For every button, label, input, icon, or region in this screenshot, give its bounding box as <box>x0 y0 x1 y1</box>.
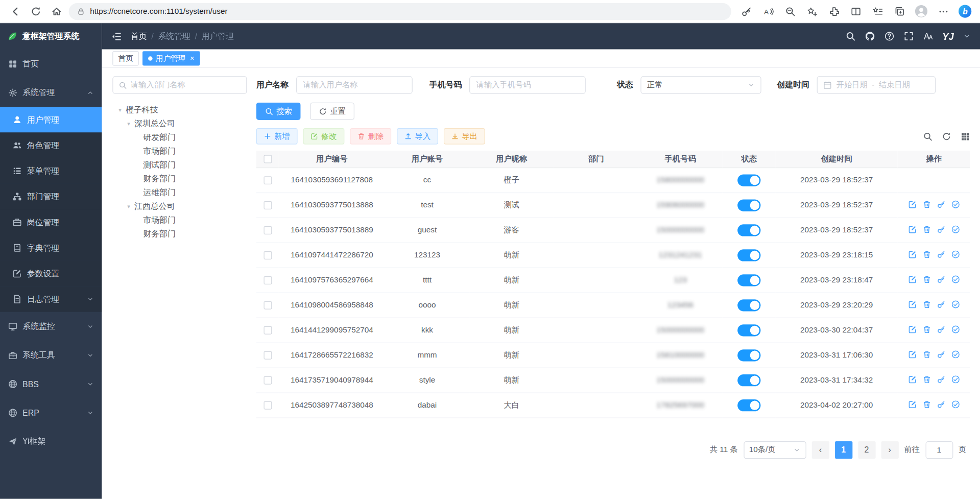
reset-password-action-icon[interactable] <box>937 350 945 359</box>
modify-button[interactable]: 修改 <box>303 128 345 145</box>
tree-node[interactable]: ▾江西总公司 <box>112 199 247 213</box>
next-page-button[interactable]: › <box>881 441 898 458</box>
help-icon[interactable] <box>884 31 894 41</box>
collections-icon[interactable] <box>891 3 908 20</box>
reset-password-action-icon[interactable] <box>937 300 945 308</box>
delete-button[interactable]: 删除 <box>350 128 391 145</box>
delete-action-icon[interactable] <box>922 325 931 334</box>
delete-action-icon[interactable] <box>922 375 931 384</box>
back-button[interactable] <box>6 3 23 20</box>
tree-node[interactable]: ▾橙子科技 <box>112 103 247 117</box>
search-icon[interactable] <box>845 31 855 41</box>
tab-user[interactable]: 用户管理× <box>142 51 200 65</box>
page-button-2[interactable]: 2 <box>858 441 875 458</box>
delete-action-icon[interactable] <box>922 275 931 283</box>
sidebar-item-bbs[interactable]: BBS <box>0 369 102 398</box>
tree-node[interactable]: 财务部门 <box>112 172 247 186</box>
row-checkbox[interactable] <box>264 401 272 410</box>
favorites-bar-icon[interactable] <box>869 3 886 20</box>
breadcrumb-item[interactable]: 用户管理 <box>201 31 234 42</box>
delete-action-icon[interactable] <box>922 250 931 258</box>
sidebar-item-dept[interactable]: 部门管理 <box>0 184 102 209</box>
edit-action-icon[interactable] <box>908 275 917 283</box>
row-checkbox[interactable] <box>264 376 272 385</box>
import-button[interactable]: 导入 <box>397 128 438 145</box>
read-aloud-icon[interactable]: A <box>759 3 777 20</box>
sidebar-item-role[interactable]: 角色管理 <box>0 132 102 158</box>
jump-page-input[interactable] <box>925 441 953 458</box>
row-checkbox[interactable] <box>264 226 272 234</box>
phone-input[interactable] <box>469 76 586 93</box>
reset-password-action-icon[interactable] <box>937 375 945 384</box>
status-toggle[interactable] <box>737 349 760 361</box>
edit-action-icon[interactable] <box>908 250 917 258</box>
sidebar-item-user[interactable]: 用户管理 <box>0 107 102 132</box>
column-header-6[interactable]: 创建时间 <box>776 151 898 168</box>
caret-down-icon[interactable]: ▾ <box>116 107 124 113</box>
refresh-icon[interactable] <box>942 132 951 141</box>
row-checkbox[interactable] <box>264 276 272 284</box>
add-button[interactable]: 新增 <box>256 128 298 145</box>
username-input[interactable] <box>296 76 413 93</box>
delete-action-icon[interactable] <box>922 400 931 409</box>
user-logo[interactable]: YJ <box>942 31 953 42</box>
prev-page-button[interactable]: ‹ <box>811 441 829 458</box>
chevron-down-icon[interactable] <box>963 33 971 40</box>
reset-password-action-icon[interactable] <box>937 250 945 258</box>
status-toggle[interactable] <box>737 174 760 186</box>
sidebar-item-menu[interactable]: 菜单管理 <box>0 158 102 184</box>
assign-role-action-icon[interactable] <box>951 200 960 208</box>
column-header-7[interactable]: 操作 <box>897 151 970 168</box>
department-search-input[interactable] <box>131 81 241 89</box>
reset-password-action-icon[interactable] <box>937 225 945 233</box>
search-button[interactable]: 搜索 <box>256 103 301 120</box>
status-select[interactable]: 正常 <box>640 76 761 93</box>
tab-home[interactable]: 首页 <box>112 51 138 65</box>
row-checkbox[interactable] <box>264 351 272 360</box>
edit-action-icon[interactable] <box>908 325 917 334</box>
page-size-select[interactable]: 10条/页 <box>744 441 806 458</box>
assign-role-action-icon[interactable] <box>951 325 960 334</box>
tree-node[interactable]: 市场部门 <box>112 213 247 227</box>
assign-role-action-icon[interactable] <box>951 300 960 308</box>
tree-node[interactable]: 测试部门 <box>112 158 247 172</box>
row-checkbox[interactable] <box>264 176 272 184</box>
sidebar-item-dict[interactable]: 字典管理 <box>0 235 102 260</box>
row-checkbox[interactable] <box>264 301 272 310</box>
assign-role-action-icon[interactable] <box>951 225 960 233</box>
reset-button[interactable]: 重置 <box>310 103 354 120</box>
select-all-checkbox[interactable] <box>264 155 272 163</box>
font-size-icon[interactable] <box>923 31 933 41</box>
column-header-2[interactable]: 用户昵称 <box>469 151 554 168</box>
assign-role-action-icon[interactable] <box>951 275 960 283</box>
breadcrumb-item[interactable]: 系统管理 <box>158 31 190 42</box>
delete-action-icon[interactable] <box>922 225 931 233</box>
status-toggle[interactable] <box>737 249 760 261</box>
address-bar[interactable]: https://ccnetcore.com:1101/system/user <box>69 3 731 20</box>
row-checkbox[interactable] <box>264 201 272 209</box>
column-header-1[interactable]: 用户账号 <box>385 151 469 168</box>
date-range-picker[interactable]: 开始日期 - 结束日期 <box>817 76 936 93</box>
close-tab-icon[interactable]: × <box>190 54 195 62</box>
edit-action-icon[interactable] <box>908 300 917 308</box>
sidebar-item-monitor[interactable]: 系统监控 <box>0 312 102 341</box>
row-checkbox[interactable] <box>264 251 272 259</box>
refresh-button[interactable] <box>27 3 44 20</box>
status-toggle[interactable] <box>737 199 760 211</box>
reset-password-action-icon[interactable] <box>937 400 945 409</box>
assign-role-action-icon[interactable] <box>951 350 960 359</box>
collapse-sidebar-button[interactable] <box>111 31 122 42</box>
page-button-1[interactable]: 1 <box>834 441 852 458</box>
export-button[interactable]: 导出 <box>444 128 485 145</box>
status-toggle[interactable] <box>737 399 760 411</box>
extensions-icon[interactable] <box>825 3 842 20</box>
edit-action-icon[interactable] <box>908 375 917 384</box>
home-button[interactable] <box>47 3 65 20</box>
reset-password-action-icon[interactable] <box>937 325 945 334</box>
status-toggle[interactable] <box>737 224 760 236</box>
sidebar-item-tool[interactable]: 系统工具 <box>0 341 102 369</box>
assign-role-action-icon[interactable] <box>951 250 960 258</box>
sidebar-item-system[interactable]: 系统管理 <box>0 78 102 107</box>
edit-action-icon[interactable] <box>908 400 917 409</box>
tree-node[interactable]: 财务部门 <box>112 227 247 241</box>
